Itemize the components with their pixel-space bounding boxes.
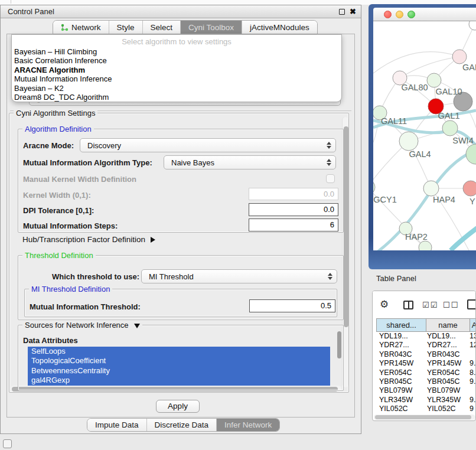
mi-steps-field[interactable]: 6	[249, 219, 338, 231]
cyni-bottom-tabbar: Impute DataDiscretize DataInfer Network	[87, 418, 280, 432]
attribute-list-item[interactable]: gal4RGexp	[28, 376, 330, 385]
network-edge-highlighted[interactable]	[451, 228, 476, 250]
table-header-row[interactable]: shared...nameA	[376, 318, 476, 332]
network-window-titlebar[interactable]	[373, 8, 476, 21]
attribute-list-item[interactable]: BetweennessCentrality	[28, 366, 330, 376]
network-node[interactable]	[373, 180, 375, 195]
combo-arrows-icon	[327, 142, 331, 149]
list-scrollbar[interactable]	[337, 331, 341, 358]
tab-label: Style	[117, 23, 135, 32]
table-row[interactable]: YIL052CYIL052C9	[376, 405, 476, 413]
gear-icon[interactable]: ⚙	[380, 299, 389, 309]
table-cell: YDR27...	[426, 341, 470, 350]
control-panel-tabbar: NetworkStyleSelectCyni ToolboxjActiveMNo…	[53, 20, 318, 34]
which-threshold-value: MI Threshold	[149, 272, 194, 281]
threshold-definition-title: Threshold Definition	[22, 251, 96, 260]
network-node[interactable]	[399, 132, 418, 151]
table-horizontal-scrollbar[interactable]	[374, 415, 475, 420]
table-cell: YPR145W	[426, 359, 470, 368]
mi-steps-label: Mutual Information Steps:	[23, 221, 118, 230]
algorithm-option[interactable]: Mutual Information Inference	[12, 74, 341, 83]
cyni-algorithm-settings-group: Cyni Algorithm Settings Algorithm Defini…	[9, 113, 349, 393]
node-label: GAL80	[401, 83, 428, 92]
attribute-list-item[interactable]: TopologicalCoefficient	[28, 356, 330, 366]
network-node[interactable]	[466, 144, 476, 164]
apply-button[interactable]: Apply	[156, 400, 200, 413]
table-panel-header: Table Panel	[361, 269, 476, 287]
tab-infer-network[interactable]: Infer Network	[217, 419, 279, 431]
tab-select[interactable]: Select	[143, 21, 181, 34]
algorithm-option[interactable]: Bayesian – Hill Climbing	[12, 47, 341, 56]
network-edge[interactable]	[373, 52, 459, 73]
table-cell: 9.	[470, 396, 476, 405]
table-cell	[470, 386, 476, 395]
minimized-panel-icon[interactable]	[3, 439, 12, 448]
mi-type-combobox[interactable]: Naive Bayes	[164, 155, 336, 169]
network-node[interactable]	[423, 181, 439, 196]
sources-title-text: Sources for Network Inference	[25, 321, 129, 330]
network-node[interactable]	[452, 50, 467, 64]
dpi-tolerance-field[interactable]: 0.0	[249, 203, 338, 216]
network-view-window[interactable]: GALGAL80GAL10GAL1GAL11SWI4GAL4GCY1HAP4YH…	[369, 4, 476, 269]
table-cell: YBR045C	[376, 377, 426, 386]
network-node[interactable]	[442, 120, 458, 136]
select-all-checkboxes-icon[interactable]: ☑☑	[422, 301, 438, 309]
table-cell: 9.	[470, 377, 476, 386]
which-threshold-combobox[interactable]: MI Threshold	[141, 269, 337, 283]
data-attributes-list[interactable]: SelfLoopsTopologicalCoefficientBetweenne…	[28, 347, 330, 386]
node-label: GAL10	[435, 87, 462, 96]
tab-jactivemnodules[interactable]: jActiveMNodules	[242, 21, 317, 34]
network-node[interactable]	[427, 73, 441, 87]
deselect-all-checkboxes-icon[interactable]: ☐☐	[443, 301, 459, 309]
network-node[interactable]	[469, 21, 476, 30]
table-row[interactable]: YBL079WYBL079W	[376, 386, 476, 395]
algorithm-option[interactable]: Dream8 DC_TDC Algorithm	[12, 93, 341, 102]
algorithm-definition-group: Algorithm Definition Aracne Mode: Discov…	[18, 129, 344, 233]
aracne-mode-label: Aracne Mode:	[23, 141, 74, 150]
table-cell: YER054C	[426, 369, 470, 377]
table-row[interactable]: YLR345WYLR345W9.	[376, 396, 476, 405]
zoom-traffic-light-icon[interactable]	[407, 11, 415, 18]
column-header-1[interactable]: shared...	[377, 319, 426, 331]
control-panel-titlebar: Control Panel ✖	[1, 5, 361, 18]
table-row[interactable]: YBR045CYBR045C9.	[376, 377, 476, 386]
algorithm-option[interactable]: Basic Correlation Inference	[12, 56, 341, 65]
tab-discretize-data[interactable]: Discretize Data	[147, 419, 217, 431]
table-rows[interactable]: YDL19...YDL19...13YDR27...YDR27...12YBR0…	[376, 332, 476, 414]
algorithm-option[interactable]: ARACNE Algorithm	[12, 66, 341, 74]
table-row[interactable]: YER054CYER054C8.	[376, 369, 476, 377]
table-document-icon[interactable]	[467, 299, 476, 309]
mi-threshold-group: MI Threshold Definition Mutual Informati…	[24, 289, 337, 317]
split-columns-icon[interactable]	[403, 301, 413, 309]
aracne-mode-combobox[interactable]: Discovery	[80, 138, 336, 152]
close-icon[interactable]: ✖	[350, 6, 356, 17]
close-traffic-light-icon[interactable]	[384, 11, 392, 18]
which-threshold-label: Which threshold to use:	[52, 272, 139, 281]
dpi-tolerance-label: DPI Tolerance [0,1]:	[23, 206, 94, 215]
table-row[interactable]: YBR043CYBR043C	[376, 350, 476, 359]
table-cell: YBL079W	[426, 386, 470, 395]
hub-definition-expander[interactable]: Hub/Transcription Factor Definition	[22, 235, 155, 244]
float-window-icon[interactable]	[339, 9, 345, 15]
column-header-3[interactable]: A	[470, 319, 476, 331]
collapse-arrow-icon[interactable]	[134, 324, 140, 328]
algorithm-option[interactable]: Bayesian – K2	[12, 84, 341, 93]
network-node[interactable]	[463, 181, 476, 196]
kernel-width-field[interactable]: 0.0	[249, 188, 338, 200]
tab-impute-data[interactable]: Impute Data	[87, 419, 147, 431]
tab-network[interactable]: Network	[53, 21, 109, 34]
table-cell: YER054C	[376, 369, 426, 377]
attribute-list-item[interactable]: SelfLoops	[28, 347, 330, 356]
mi-type-value: Naive Bayes	[171, 158, 214, 167]
network-canvas[interactable]: GALGAL80GAL10GAL1GAL11SWI4GAL4GCY1HAP4YH…	[373, 21, 476, 250]
tab-cyni-toolbox[interactable]: Cyni Toolbox	[181, 21, 242, 34]
column-header-2[interactable]: name	[426, 319, 470, 331]
mi-threshold-field[interactable]: 0.5	[249, 299, 335, 312]
table-row[interactable]: YDL19...YDL19...13	[376, 332, 476, 341]
minimize-traffic-light-icon[interactable]	[396, 11, 403, 18]
table-cell: 12	[470, 341, 476, 350]
tab-style[interactable]: Style	[109, 21, 143, 34]
table-row[interactable]: YDR27...YDR27...12	[376, 341, 476, 350]
table-row[interactable]: YPR145WYPR145W9.	[376, 359, 476, 368]
manual-kernel-checkbox[interactable]	[326, 174, 335, 183]
